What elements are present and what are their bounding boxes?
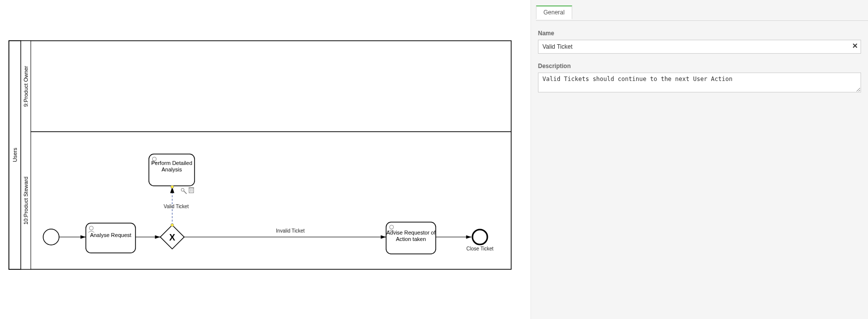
properties-panel: General Name ✕ Description: [531, 0, 868, 319]
description-input[interactable]: [538, 73, 861, 92]
description-label: Description: [538, 63, 861, 70]
name-label: Name: [538, 30, 861, 37]
pool-header[interactable]: [9, 41, 21, 269]
end-event[interactable]: [472, 230, 487, 244]
name-group: Name ✕: [538, 30, 861, 54]
lane-header-column: [21, 41, 31, 269]
panel-tabs: General: [536, 5, 868, 21]
flow-valid-endpoint-top[interactable]: [171, 185, 174, 188]
description-group: Description: [538, 63, 861, 94]
tab-general[interactable]: General: [536, 5, 572, 19]
flow-valid-endpoint-bottom[interactable]: [171, 224, 174, 227]
bpmn-svg: X: [0, 0, 531, 319]
start-event[interactable]: [43, 229, 59, 245]
name-input[interactable]: [538, 40, 861, 54]
clear-name-button[interactable]: ✕: [852, 42, 858, 50]
svg-text:X: X: [169, 233, 175, 242]
task-perform[interactable]: [149, 154, 195, 186]
bpmn-canvas[interactable]: X: [0, 0, 531, 319]
